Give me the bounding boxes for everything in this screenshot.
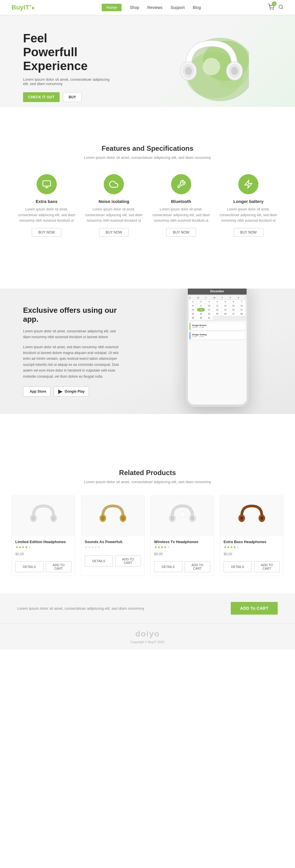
hero-section: Feel Powerfull Experience Lorem ipsum do… — [0, 15, 295, 107]
svg-point-30 — [179, 512, 185, 518]
nav-reviews[interactable]: Reviews — [147, 5, 162, 10]
products-subtitle: Lorem ipsum dolor sit amet, consectetuer… — [11, 480, 284, 484]
feature-buy-2[interactable]: BUY NOW — [166, 228, 196, 237]
features-subtitle: Lorem ipsum dolor sit amet, consectetuer… — [17, 155, 278, 160]
feature-title-2: Bluetooth — [152, 199, 210, 204]
svg-line-3 — [282, 8, 283, 9]
feature-desc-3: Lorem ipsum dolor sit amet, consectetuer… — [219, 207, 278, 223]
product-headphones-svg-1 — [99, 503, 127, 529]
features-section: Features and Specifications Lorem ipsum … — [0, 124, 295, 254]
feature-icon-1 — [104, 174, 124, 194]
product-info-1: Sounds As Powerfull. ★★★★★ — [81, 536, 144, 556]
svg-point-10 — [185, 67, 192, 75]
googleplay-badge[interactable]: ▶ Google Play — [54, 386, 89, 397]
feature-card-0: Extra bass Lorem ipsum dolor sit amet, c… — [17, 174, 76, 237]
feature-buy-3[interactable]: BUY NOW — [234, 228, 263, 237]
product-details-btn-0[interactable]: DETAILS — [15, 561, 43, 572]
features-grid: Extra bass Lorem ipsum dolor sit amet, c… — [17, 174, 278, 237]
logo-dot: ● — [31, 5, 35, 11]
cart-icon[interactable]: 1 — [268, 4, 274, 11]
footer-banner-text: Lorem ipsum dolor sit amet, consectetuer… — [17, 606, 144, 611]
footer-logo: doiyo — [135, 629, 160, 639]
nav-support[interactable]: Support — [170, 5, 185, 10]
product-price-2: $0,00 — [154, 552, 210, 556]
product-card-1: Sounds As Powerfull. ★★★★★ DETAILS ADD T… — [81, 496, 144, 576]
svg-point-13 — [231, 67, 238, 75]
logo: BuyIT+● — [11, 3, 35, 11]
app-badges: App Store ▶ Google Play — [23, 386, 121, 397]
appstore-badge[interactable]: App Store — [23, 386, 51, 397]
products-grid: Limited Edition Headphones ★★★★★ $0,00 D… — [11, 496, 284, 576]
product-info-2: Wireless Tv Headphones ★★★★★ $0,00 — [151, 536, 214, 561]
product-actions-2: DETAILS ADD TO CART — [151, 561, 214, 576]
app-section: Exclusive offers using our app. Lorem ip… — [0, 288, 295, 414]
product-price-0: $0,00 — [15, 552, 71, 556]
product-card-3: Extra Bass Headphones ★★★★★ $0,00 DETAIL… — [220, 496, 284, 576]
feature-desc-0: Lorem ipsum dolor sit amet, consectetuer… — [17, 207, 76, 223]
nav-home[interactable]: Home — [102, 4, 122, 11]
feature-icon-0 — [37, 174, 57, 194]
nav-icons: 1 — [268, 4, 284, 11]
product-image-0 — [12, 496, 75, 536]
feature-buy-0[interactable]: BUY NOW — [32, 228, 61, 237]
hero-text: Feel Powerfull Experience Lorem ipsum do… — [23, 31, 115, 102]
product-headphones-svg-0 — [29, 503, 58, 529]
product-addcart-btn-2[interactable]: ADD TO CART — [185, 561, 210, 572]
svg-point-0 — [270, 9, 270, 9]
svg-point-33 — [240, 517, 243, 520]
footer-add-to-cart-button[interactable]: ADD To CART — [231, 602, 278, 615]
search-icon[interactable] — [278, 4, 284, 11]
feature-card-3: Longer battery Lorem ipsum dolor sit ame… — [219, 174, 278, 237]
googleplay-label: Google Play — [65, 390, 85, 394]
svg-rect-15 — [43, 181, 51, 186]
svg-point-25 — [121, 516, 125, 521]
feature-buy-1[interactable]: BUY NOW — [99, 228, 129, 237]
product-price-3: $0,00 — [224, 552, 280, 556]
feature-card-2: Bluetooth Lorem ipsum dolor sit amet, co… — [152, 174, 210, 237]
product-actions-3: DETAILS ADD TO CART — [220, 561, 283, 576]
nav-blog[interactable]: Blog — [193, 5, 201, 10]
product-stars-1: ★★★★★ — [85, 545, 141, 549]
feature-desc-1: Lorem ipsum dolor sit amet, consectetuer… — [85, 207, 143, 223]
product-details-btn-3[interactable]: DETAILS — [224, 561, 252, 572]
app-text: Exclusive offers using our app. Lorem ip… — [23, 306, 121, 397]
product-addcart-btn-1[interactable]: ADD TO CART — [115, 556, 141, 566]
product-stars-0: ★★★★★ — [15, 545, 71, 549]
product-addcart-btn-3[interactable]: ADD TO CART — [254, 561, 280, 572]
hero-buttons: CHECK IT OUT BUY — [23, 92, 115, 102]
buy-button[interactable]: BUY — [63, 92, 81, 102]
cart-badge: 1 — [272, 1, 276, 6]
main-nav: Home Shop Reviews Support Blog — [102, 4, 201, 11]
product-name-2: Wireless Tv Headphones — [154, 540, 210, 544]
hero-image — [134, 26, 272, 107]
product-actions-1: DETAILS ADD TO CART — [81, 556, 144, 570]
feature-title-3: Longer battery — [219, 199, 278, 204]
svg-point-27 — [170, 516, 174, 521]
product-headphones-svg-2 — [168, 503, 197, 529]
feature-title-0: Extra bass — [17, 199, 76, 204]
app-phone-mockup: 12:00 100% December S M T W T F S 1 2 3 … — [186, 288, 278, 414]
product-image-1 — [81, 496, 144, 536]
hero-headphones-svg — [157, 32, 249, 107]
product-card-0: Limited Edition Headphones ★★★★★ $0,00 D… — [11, 496, 75, 576]
product-actions-0: DETAILS ADD TO CART — [12, 561, 75, 576]
svg-point-23 — [101, 516, 105, 521]
phone-events: Design Review 10:00 - 11:00 Design Testi… — [188, 321, 247, 404]
check-it-out-button[interactable]: CHECK IT OUT — [23, 92, 60, 102]
feature-desc-2: Lorem ipsum dolor sit amet, consectetuer… — [152, 207, 210, 223]
products-heading: Related Products — [11, 469, 284, 477]
phone-event-1: Design Review 10:00 - 11:00 — [190, 322, 245, 330]
footer-logo-area: doiyo Copyright © BuyIT 2020 — [0, 623, 295, 650]
product-name-3: Extra Bass Headphones — [224, 540, 280, 544]
svg-point-21 — [52, 516, 56, 521]
product-addcart-btn-0[interactable]: ADD TO CART — [46, 561, 72, 572]
app-paragraph2: Lorem ipsum dolor sit amet, sed diam non… — [23, 344, 121, 379]
product-details-btn-1[interactable]: DETAILS — [85, 556, 113, 566]
product-headphones-svg-3 — [237, 503, 266, 529]
copyright: Copyright © BuyIT 2020 — [131, 640, 164, 644]
svg-point-2 — [279, 5, 282, 8]
nav-shop[interactable]: Shop — [130, 5, 139, 10]
logo-text: BuyIT — [11, 4, 29, 11]
svg-point-36 — [261, 517, 263, 520]
product-details-btn-2[interactable]: DETAILS — [154, 561, 183, 572]
